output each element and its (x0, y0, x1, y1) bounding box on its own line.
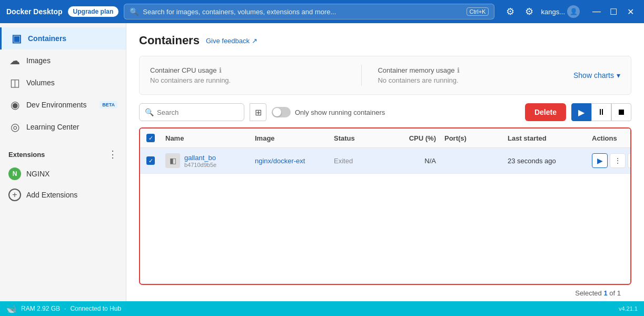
stat-divider (361, 65, 362, 86)
user-menu[interactable]: kangs... 👤 (541, 5, 580, 18)
feedback-label: Give feedback (206, 37, 250, 45)
sidebar-item-containers[interactable]: ▣ Containers (0, 27, 126, 50)
ram-label: RAM 2.92 GB (21, 305, 60, 312)
global-search-bar[interactable]: 🔍 Search for images, containers, volumes… (124, 4, 494, 19)
sidebar-nav: ▣ Containers ☁ Images ◫ Volumes ◉ Dev En… (0, 23, 126, 142)
content-header: Containers Give feedback ↗ (139, 34, 631, 47)
delete-button[interactable]: Delete (525, 103, 566, 121)
running-toggle-label: Only show running containers (295, 108, 385, 116)
content-area: Containers Give feedback ↗ Container CPU… (126, 23, 644, 301)
sidebar-item-images[interactable]: ☁ Images (0, 50, 126, 72)
containers-table: Name Image Status CPU (%) Port(s) Last s… (139, 127, 631, 285)
search-shortcut-badge: Ctrl+K (467, 7, 489, 16)
images-icon: ☁ (8, 54, 21, 67)
col-header-actions: Actions (592, 134, 624, 142)
nginx-icon: N (8, 167, 21, 180)
extensions-menu-dots[interactable]: ⋮ (108, 149, 117, 160)
extensions-label: Extensions (8, 151, 45, 159)
upgrade-button[interactable]: Upgrade plan (68, 6, 119, 17)
row-delete-button[interactable]: 🗑 (628, 153, 631, 168)
row-checkbox[interactable] (146, 156, 155, 165)
sidebar-item-label: Containers (28, 34, 117, 43)
show-charts-button[interactable]: Show charts ▾ (573, 71, 620, 80)
row-image-cell: nginx/docker-ext (255, 157, 334, 165)
cpu-info-icon[interactable]: ℹ (219, 66, 222, 74)
table-header: Name Image Status CPU (%) Port(s) Last s… (140, 129, 630, 148)
selected-info: Selected 1 of 1 (139, 285, 631, 301)
status-text: Exited (334, 157, 353, 165)
sidebar-item-volumes[interactable]: ◫ Volumes (0, 72, 126, 94)
cpu-stat-value: No containers are running. (150, 76, 345, 84)
sidebar-item-nginx[interactable]: N NGINX (0, 163, 126, 184)
stats-row: Container CPU usage ℹ No containers are … (139, 56, 631, 95)
maximize-button[interactable]: ☐ (606, 4, 621, 19)
cpu-stat-block: Container CPU usage ℹ No containers are … (150, 66, 345, 84)
container-id: b4710d9b5e (184, 162, 216, 168)
pause-button[interactable]: ⏸ (591, 103, 611, 121)
search-input[interactable] (157, 108, 239, 116)
username-label: kangs... (541, 8, 565, 16)
extensions-section: Extensions ⋮ (0, 142, 126, 163)
chevron-down-icon: ▾ (617, 71, 620, 80)
feedback-link[interactable]: Give feedback ↗ (206, 37, 257, 45)
table-row: ◧ gallant_bo b4710d9b5e nginx/docker-ext… (140, 148, 630, 174)
sidebar-item-label: Images (26, 56, 117, 65)
row-more-button[interactable]: ⋮ (610, 153, 626, 168)
row-checkbox-wrap (146, 156, 165, 165)
learning-center-icon: ◎ (8, 121, 21, 133)
close-button[interactable]: ✕ (623, 4, 638, 19)
container-name-link[interactable]: gallant_bo (184, 154, 216, 162)
stop-button[interactable]: ⏹ (611, 103, 631, 121)
container-icon: ◧ (165, 153, 180, 168)
content-body: Container CPU usage ℹ No containers are … (139, 56, 631, 301)
memory-stat-value: No containers are running. (378, 76, 573, 84)
container-name-block: gallant_bo b4710d9b5e (184, 154, 216, 168)
dev-environments-icon: ◉ (8, 98, 21, 111)
settings-icon[interactable]: ⚙ (503, 4, 518, 19)
avatar: 👤 (567, 5, 580, 18)
col-header-ports: Port(s) (444, 134, 508, 142)
bottombar: 🐋 RAM 2.92 GB · Connected to Hub v4.21.1 (0, 301, 644, 316)
select-all-checkbox[interactable] (146, 134, 155, 142)
col-header-cpu: CPU (%) (397, 134, 444, 142)
memory-stat-label: Container memory usage ℹ (378, 66, 573, 74)
memory-info-icon[interactable]: ℹ (457, 66, 460, 74)
col-header-started: Last started (508, 134, 592, 142)
hub-label: Connected to Hub (70, 305, 121, 312)
row-status-cell: Exited (334, 157, 397, 165)
sidebar-item-dev-environments[interactable]: ◉ Dev Environments BETA (0, 94, 126, 116)
grid-view-button[interactable]: ⊞ (250, 103, 266, 121)
page-title: Containers (139, 34, 200, 47)
running-toggle[interactable] (272, 107, 291, 117)
header-check (146, 134, 165, 142)
row-actions-cell: ▶ ⋮ 🗑 (592, 153, 631, 168)
row-started-cell: 23 seconds ago (508, 157, 592, 165)
sidebar: ▣ Containers ☁ Images ◫ Volumes ◉ Dev En… (0, 23, 126, 301)
toggle-knob (273, 108, 281, 116)
beta-badge: BETA (100, 101, 117, 108)
toolbar: 🔍 ⊞ Only show running containers Delete … (139, 103, 631, 121)
preferences-icon[interactable]: ⚙ (522, 4, 537, 19)
start-button[interactable]: ▶ (571, 103, 591, 121)
col-header-status: Status (334, 134, 397, 142)
minimize-button[interactable]: — (589, 4, 604, 19)
row-actions: ▶ ⋮ 🗑 (592, 153, 631, 168)
action-button-group: ▶ ⏸ ⏹ (571, 103, 631, 121)
row-name-cell: ◧ gallant_bo b4710d9b5e (165, 153, 255, 168)
add-extensions-icon: + (8, 189, 21, 201)
image-link[interactable]: nginx/docker-ext (255, 157, 305, 165)
topbar-icons: ⚙ ⚙ kangs... 👤 (503, 4, 580, 19)
row-play-button[interactable]: ▶ (592, 153, 608, 168)
col-header-name: Name (165, 134, 255, 142)
feedback-icon: ↗ (252, 37, 257, 45)
nginx-label: NGINX (26, 170, 117, 178)
search-placeholder-text: Search for images, containers, volumes, … (143, 8, 336, 16)
add-extensions-label: Add Extensions (26, 191, 117, 199)
sidebar-item-learning-center[interactable]: ◎ Learning Center (0, 116, 126, 138)
view-toggle: ⊞ (250, 103, 266, 121)
app-brand: Docker Desktop (6, 7, 63, 16)
search-input-wrap[interactable]: 🔍 (139, 103, 244, 121)
sidebar-item-label: Learning Center (26, 123, 117, 131)
running-toggle-wrap: Only show running containers (272, 107, 385, 117)
add-extensions-item[interactable]: + Add Extensions (0, 184, 126, 205)
